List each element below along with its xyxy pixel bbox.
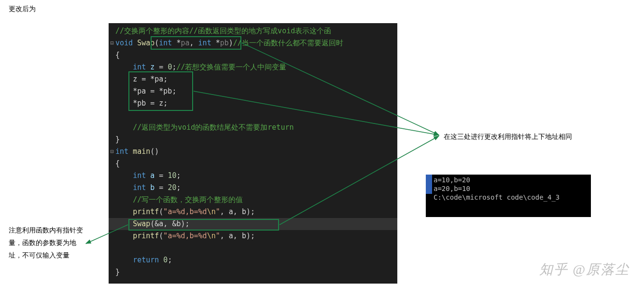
line1-comment: //交换两个整形的内容//函数返回类型的地方写成void表示这个函 [115, 27, 331, 35]
annotation-left: 注意利用函数内有指针变量，函数的参数要为地址，不可仅输入变量 [9, 224, 84, 261]
code-line-19 [109, 242, 397, 254]
code-line-3: { [109, 49, 397, 61]
code-line-16: printf("a=%d,b=%d\n", a, b); [109, 206, 397, 218]
line2-comment: //当一个函数什么都不需要返回时 [233, 39, 343, 47]
code-line-13: int a = 10; [109, 170, 397, 182]
code-line-20: return 0; [109, 254, 397, 266]
annotation-right: 在这三处进行更改利用指针将上下地址相同 [444, 133, 572, 141]
code-line-5: z = *pa; [109, 73, 397, 85]
code-line-9: //返回类型为void的函数结尾处不需要加return [109, 122, 397, 134]
code-line-12: { [109, 158, 397, 170]
kw-void: void [115, 39, 133, 47]
line4-comment: //若想交换值需要一个人中间变量 [176, 63, 286, 71]
terminal-line-2: a=20,b=10 [427, 184, 590, 193]
code-line-10: } [109, 134, 397, 146]
code-line-7: *pb = z; [109, 97, 397, 109]
code-line-1: //交换两个整形的内容//函数返回类型的地方写成void表示这个函 [109, 25, 397, 37]
code-line-21: } [109, 266, 397, 278]
code-line-2: ⊟void Swap(int *pa, int *pb)//当一个函数什么都不需… [109, 37, 397, 49]
code-line-6: *pa = *pb; [109, 85, 397, 97]
watermark: 知乎 @原落尘 [539, 260, 630, 279]
terminal-selection-bar [426, 175, 432, 194]
top-label: 更改后为 [9, 5, 36, 14]
terminal-line-1: a=10,b=20 [427, 176, 590, 184]
code-line-14: int b = 20; [109, 182, 397, 194]
code-editor: //交换两个整形的内容//函数返回类型的地方写成void表示这个函 ⊟void … [109, 23, 397, 284]
line15-comment: //写一个函数，交换两个整形的值 [133, 195, 243, 204]
line9-comment: //返回类型为void的函数结尾处不需要加return [133, 123, 294, 132]
code-line-18: printf("a=%d,b=%d\n", a, b); [109, 230, 397, 242]
terminal-output: a=10,b=20 a=20,b=10 C:\code\microsoft co… [426, 175, 591, 217]
func-swap: Swap [137, 39, 154, 47]
code-line-15: //写一个函数，交换两个整形的值 [109, 194, 397, 206]
code-line-17: Swap(&a, &b); [109, 218, 397, 230]
code-line-11: ⊟int main() [109, 146, 397, 158]
func-main: main [128, 147, 150, 156]
code-line-4: int z = 0;//若想交换值需要一个人中间变量 [109, 61, 397, 73]
terminal-line-4: C:\code\microsoft code\code_4_3 [427, 193, 590, 202]
code-line-8 [109, 109, 397, 122]
